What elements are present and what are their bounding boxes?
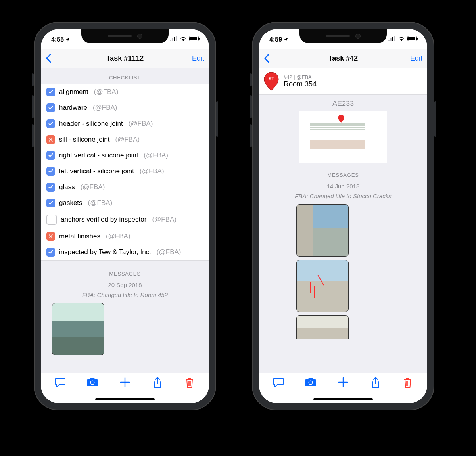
delete-button[interactable] [399, 377, 416, 388]
camera-icon [86, 377, 98, 387]
svg-rect-6 [199, 38, 200, 40]
checkbox[interactable] [46, 167, 55, 176]
message-photo[interactable] [52, 303, 104, 355]
checklist-item-label: glass [59, 183, 75, 191]
checklist-item[interactable]: inspected by Tew & Taylor, Inc.(@FBA) [41, 244, 209, 260]
checklist-item-label: gaskets [59, 199, 83, 207]
add-button[interactable] [116, 377, 134, 387]
checklist-item-label: right vertical - silicone joint [59, 151, 138, 159]
comment-button[interactable] [52, 377, 69, 387]
power-button [434, 101, 436, 137]
delete-button[interactable] [181, 377, 198, 388]
checklist-item[interactable]: alignment(@FBA) [41, 84, 209, 100]
screen: 4:55 Task #1112 Edit C [41, 29, 209, 403]
checkbox[interactable] [46, 119, 55, 128]
back-button[interactable] [264, 54, 270, 63]
checklist-header: CHECKLIST [41, 68, 209, 84]
message-change: FBA: Changed title to Room 452 [41, 290, 209, 300]
svg-point-8 [91, 381, 94, 384]
checklist-item[interactable]: header - silicone joint(@FBA) [41, 116, 209, 132]
notch [299, 29, 387, 43]
camera-icon [305, 377, 317, 387]
checklist-item[interactable]: gaskets(@FBA) [41, 195, 209, 211]
checkbox[interactable] [46, 103, 55, 112]
edit-button[interactable]: Edit [192, 54, 204, 63]
chat-bubble-icon [55, 377, 66, 387]
checklist-item-meta: (@FBA) [129, 120, 153, 128]
message-photo[interactable] [296, 260, 349, 312]
message-date: 20 Sep 2018 [41, 280, 209, 290]
task-header-text: #42 | @FBA Room 354 [284, 74, 317, 88]
camera-button[interactable] [84, 377, 101, 387]
share-button[interactable] [367, 377, 384, 389]
status-icons [170, 36, 200, 41]
checkbox[interactable] [46, 215, 57, 225]
chevron-left-icon [46, 54, 52, 63]
checklist-item-meta: (@FBA) [94, 88, 119, 96]
share-icon [371, 377, 380, 389]
nav-bar: Task #1112 Edit [41, 49, 209, 68]
checklist-item[interactable]: sill - silicone joint(@FBA) [41, 132, 209, 148]
checklist-item[interactable]: glass(@FBA) [41, 179, 209, 195]
back-button[interactable] [46, 54, 52, 63]
nav-title: Task #1112 [41, 54, 209, 63]
checklist-item-label: sill - silicone joint [59, 136, 110, 144]
pin-icon [264, 72, 279, 90]
checkbox[interactable] [46, 199, 55, 207]
floor-plan-thumbnail[interactable] [299, 111, 387, 163]
checkbox[interactable] [46, 88, 55, 96]
location-pin[interactable]: ST [264, 72, 279, 90]
checklist-item-label: metal finishes [59, 232, 100, 240]
checklist-item-label: alignment [59, 88, 88, 96]
svg-rect-12 [394, 36, 395, 41]
checklist-item[interactable]: anchors verified by inspector(@FBA) [41, 211, 209, 228]
svg-rect-11 [392, 37, 393, 41]
front-camera [137, 34, 142, 39]
comment-button[interactable] [270, 377, 287, 387]
checkbox[interactable] [46, 135, 55, 144]
svg-rect-9 [388, 40, 390, 41]
checkbox[interactable] [46, 183, 55, 192]
checklist-item[interactable]: left vertical - silicone joint(@FBA) [41, 163, 209, 179]
status-time: 4:55 [51, 36, 70, 43]
notch [81, 29, 169, 43]
speaker-grille [326, 35, 350, 37]
battery-icon [407, 36, 418, 41]
svg-point-17 [309, 381, 313, 384]
share-button[interactable] [149, 377, 166, 389]
checklist-item-meta: (@FBA) [140, 167, 164, 175]
checklist-item[interactable]: right vertical - silicone joint(@FBA) [41, 148, 209, 163]
checklist-item-meta: (@FBA) [152, 216, 177, 224]
battery-icon [189, 36, 200, 41]
messages-header: MESSAGES [259, 166, 427, 181]
message-photo[interactable] [296, 315, 349, 339]
status-icons [388, 36, 418, 41]
screen: 4:59 Task #42 Edit [259, 29, 427, 403]
checklist-item[interactable]: metal finishes(@FBA) [41, 228, 209, 244]
content-area[interactable]: CHECKLIST alignment(@FBA)hardware(@FBA)h… [41, 68, 209, 373]
checklist-item-label: hardware [59, 104, 87, 112]
checkbox[interactable] [46, 248, 55, 257]
chevron-left-icon [264, 54, 270, 63]
checkbox[interactable] [46, 151, 55, 160]
add-button[interactable] [334, 377, 352, 387]
floor-plan-label: AE233 [259, 100, 427, 108]
svg-rect-5 [190, 37, 197, 40]
content-area[interactable]: ST #42 | @FBA Room 354 AE233 [259, 68, 427, 373]
checkbox[interactable] [46, 232, 55, 241]
trash-icon [403, 377, 413, 388]
checklist-item-meta: (@FBA) [93, 104, 117, 112]
camera-button[interactable] [302, 377, 319, 387]
svg-rect-14 [408, 37, 415, 40]
edit-button[interactable]: Edit [410, 54, 422, 63]
trash-icon [185, 377, 194, 388]
clock-label: 4:59 [269, 36, 282, 43]
plus-icon [338, 377, 348, 387]
message-photo[interactable] [296, 204, 349, 257]
checklist-item-meta: (@FBA) [157, 248, 181, 256]
message-change: FBA: Changed title to Stucco Cracks [259, 191, 427, 201]
checklist-item-label: anchors verified by inspector [61, 216, 146, 224]
checklist-item[interactable]: hardware(@FBA) [41, 100, 209, 116]
chat-bubble-icon [273, 377, 284, 387]
home-indicator [313, 398, 373, 400]
